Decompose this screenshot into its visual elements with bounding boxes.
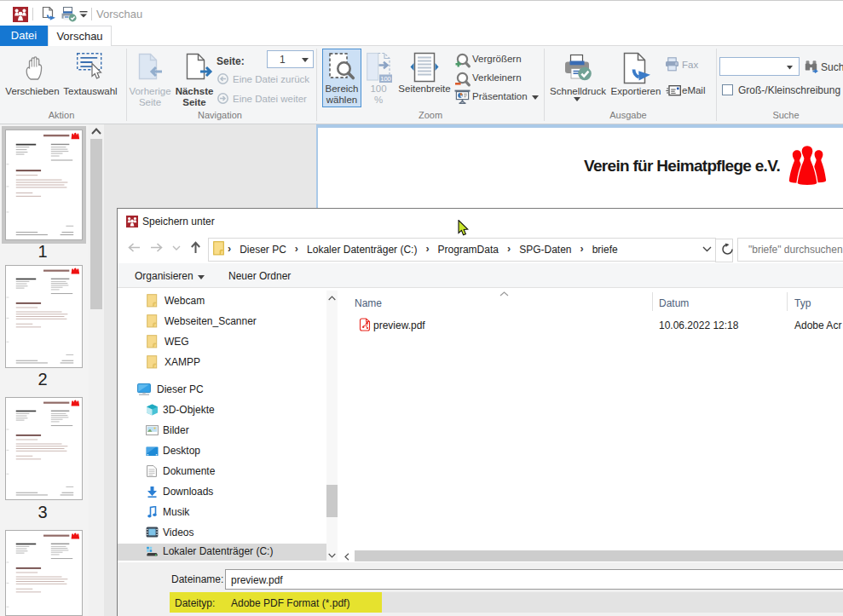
svg-text:100: 100 — [380, 75, 391, 83]
